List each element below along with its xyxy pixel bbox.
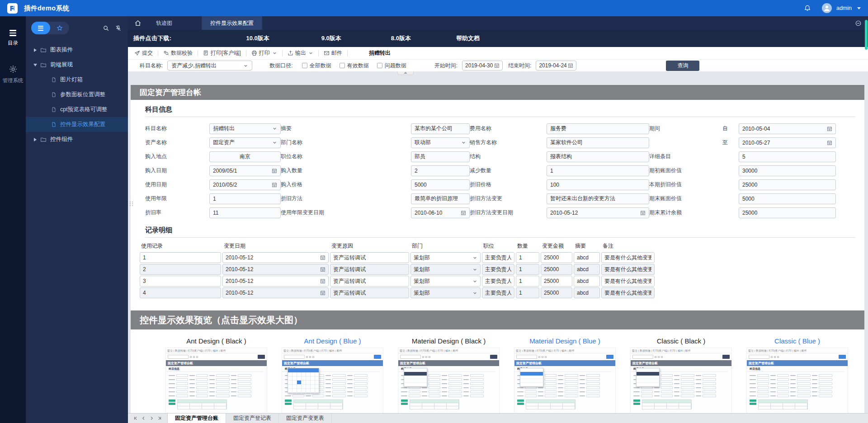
calendar-icon[interactable] [640,210,646,216]
tree-item-0[interactable]: 图表插件 [26,42,128,57]
table-cell-input[interactable]: 2010-05-12 [222,252,329,263]
table-cell-input[interactable]: 资产运转调试 [330,252,409,263]
user-menu-caret-icon[interactable] [857,7,861,9]
preview-card-1[interactable]: Ant Design ( Blue )提交 | 数据校验 | 打印[客户端] |… [282,334,383,413]
param-collapse-handle[interactable] [397,71,414,75]
form-input[interactable]: 2 [411,165,470,176]
tree-item-2[interactable]: 图片灯箱 [26,72,128,87]
table-cell-input[interactable]: 要是有什么其他变更请说明详细… [601,264,655,275]
scope-checkbox-2[interactable]: 问题数据 [377,62,406,70]
form-input[interactable]: 报表结构 [547,151,649,162]
preview-card-2[interactable]: Material Design ( Black )提交 | 数据校验 | 打印[… [398,334,500,413]
form-input[interactable]: 5000 [739,193,836,204]
toolbar-button-export[interactable]: 输出 [287,49,314,57]
form-input[interactable]: 部员 [411,151,470,162]
sheet-tab-2[interactable]: 固定资产变更表 [279,414,332,423]
splitter-grip[interactable] [130,202,133,206]
sheet-tab-0[interactable]: 固定资产管理台账 [168,414,226,423]
start-date-input[interactable]: 2019-04-30 [462,61,503,70]
user-avatar[interactable] [822,3,832,13]
username[interactable]: admin [836,5,852,11]
caret-right-icon[interactable] [32,48,38,52]
scope-checkbox-0[interactable]: 全部数据 [302,62,331,70]
table-cell-input[interactable]: 2010-05-12 [222,287,329,298]
form-input[interactable]: 某家软件公司 [547,137,649,148]
table-cell-input[interactable]: 资产运转调试 [330,264,409,275]
calendar-icon[interactable] [494,63,500,68]
unpin-icon[interactable] [115,25,122,32]
table-cell-input[interactable]: 2010-05-12 [222,264,329,275]
preview-card-5[interactable]: Classic ( Blue )提交 | 数据校验 | 打印[客户端] | 打印… [746,334,848,413]
form-input[interactable]: 2010-06-10 [411,207,470,218]
form-input[interactable]: 联动部 [411,137,470,148]
toolbar-button-mail[interactable]: 邮件 [323,49,343,57]
table-cell-input[interactable]: 1 [516,252,539,263]
form-input[interactable]: 1 [547,165,649,176]
search-icon[interactable] [103,25,109,32]
table-cell-input[interactable]: 主要负责人 [482,264,514,275]
table-cell-input[interactable]: 2010-05-12 [222,276,329,287]
form-input[interactable]: 暂时还未出台新的变更方法 [547,193,649,204]
form-input[interactable]: 服务费 [547,123,649,134]
caret-right-icon[interactable] [32,138,38,141]
form-input[interactable]: 11 [209,207,281,218]
calendar-icon[interactable] [827,140,832,146]
download-link-2[interactable]: 8.0版本 [391,34,411,42]
table-cell-input[interactable]: 资产运转调试 [330,287,409,298]
preview-card-3[interactable]: Material Design ( Blue )提交 | 数据校验 | 打印[客… [514,334,616,413]
calendar-icon[interactable] [461,210,466,216]
rail-item-catalog[interactable]: 目录 [8,30,18,47]
table-cell-input[interactable]: 主要负责人 [482,276,514,287]
nav-prev-icon[interactable] [142,416,146,420]
tab-trajectory[interactable]: 轨迹图 [148,16,202,30]
form-input[interactable]: 2010-05-04 [739,123,836,134]
star-icon[interactable] [50,22,69,34]
form-input[interactable]: 2010-05-12 [547,207,649,218]
tree-item-6[interactable]: 控件组件 [26,132,128,147]
calendar-icon[interactable] [320,290,326,296]
table-cell-input[interactable]: abcd [574,276,600,287]
table-cell-input[interactable]: 1 [516,287,539,298]
subject-select[interactable]: 资产减少,捐赠转出 [167,61,252,70]
form-input[interactable]: 25000 [739,179,836,190]
tab-widget-display-config[interactable]: 控件显示效果配置 [202,16,262,30]
table-cell-input[interactable]: 策划部 [410,276,481,287]
calendar-icon[interactable] [320,278,326,284]
preview-card-4[interactable]: Classic ( Black )提交 | 数据校验 | 打印[客户端] | 打… [630,334,732,413]
list-icon[interactable] [31,22,50,34]
vertical-scrollbar-thumb[interactable] [865,20,868,50]
table-cell-input[interactable]: 25000 [541,264,572,275]
notification-bell-icon[interactable] [804,5,811,12]
sheet-tab-1[interactable]: 固定资产登记表 [226,414,279,423]
form-input[interactable]: 2009/05/1 [209,165,281,176]
nav-last-icon[interactable] [158,416,162,420]
table-cell-input[interactable]: 2 [140,264,221,275]
table-cell-input[interactable]: 策划部 [410,287,481,298]
download-link-1[interactable]: 9.0版本 [321,34,341,42]
toolbar-button-printer[interactable]: 打印 [250,49,278,57]
table-cell-input[interactable]: 资产运转调试 [330,276,409,287]
download-link-3[interactable]: 帮助文档 [456,34,480,42]
form-input[interactable]: 最简单的折旧原理 [411,193,470,204]
tree-item-1[interactable]: 前端展现 [26,57,128,72]
table-cell-input[interactable]: abcd [574,252,600,263]
caret-down-icon[interactable] [32,64,38,66]
table-cell-input[interactable]: 1 [516,276,539,287]
download-link-0[interactable]: 10.0版本 [246,34,269,42]
nav-first-icon[interactable] [133,416,137,420]
form-input[interactable]: 5 [739,151,836,162]
tree-item-4[interactable]: cpt预览表格可调整 [26,102,128,117]
table-cell-input[interactable]: 25000 [541,252,572,263]
calendar-icon[interactable] [320,255,326,260]
preview-card-0[interactable]: Ant Design ( Black )提交 | 数据校验 | 打印[客户端] … [165,334,267,413]
form-input[interactable]: 2010/05/2 [209,179,281,190]
table-cell-input[interactable]: abcd [574,287,600,298]
table-cell-input[interactable]: 25000 [541,287,572,298]
home-icon[interactable] [128,16,148,30]
nav-next-icon[interactable] [150,416,154,420]
table-cell-input[interactable]: 策划部 [410,264,481,275]
scope-checkbox-1[interactable]: 有效数据 [340,62,369,70]
calendar-icon[interactable] [272,182,277,188]
form-input[interactable]: 捐赠转出 [209,123,281,134]
minus-circle-icon[interactable] [855,16,862,30]
